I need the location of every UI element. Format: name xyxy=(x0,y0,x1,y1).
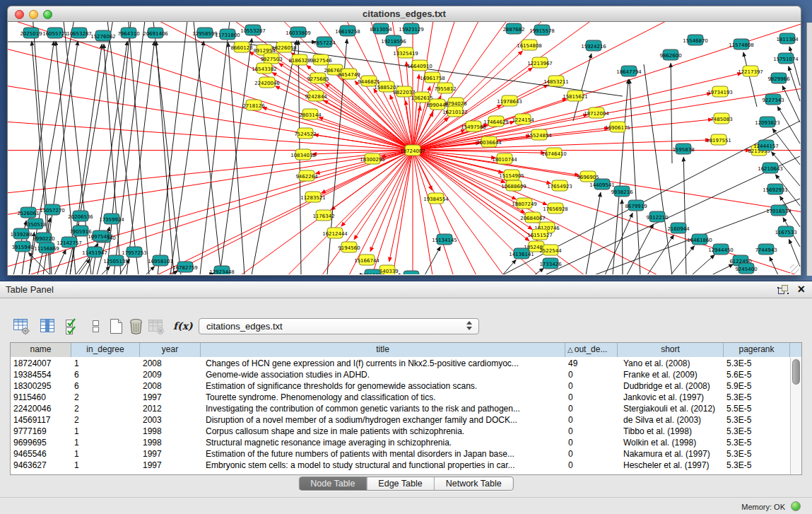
graph-edge-black[interactable] xyxy=(671,246,694,274)
graph-node[interactable]: 2160944 xyxy=(667,223,690,233)
column-header-out_de[interactable]: △out_de... xyxy=(565,343,618,357)
graph-edge-black[interactable] xyxy=(126,41,155,274)
graph-edge-red[interactable] xyxy=(8,151,413,275)
graph-node[interactable]: 19734193 xyxy=(707,86,733,97)
graph-edge-red[interactable] xyxy=(8,22,413,151)
graph-node[interactable]: 18647794 xyxy=(616,66,642,76)
graph-node[interactable]: 10688609 xyxy=(501,180,526,191)
graph-node[interactable]: 9462264 xyxy=(295,170,318,181)
graph-node[interactable]: 8660123 xyxy=(230,42,252,52)
graph-edge-red[interactable] xyxy=(413,151,545,153)
row-height-icon[interactable] xyxy=(86,317,105,336)
column-header-title[interactable]: title xyxy=(201,343,565,357)
graph-edge-black[interactable] xyxy=(502,259,516,274)
graph-node[interactable]: 16746410 xyxy=(541,148,567,158)
graph-node[interactable]: 11731800 xyxy=(215,29,240,40)
network-view-canvas[interactable]: 1872400786601238912954182260589827503818… xyxy=(7,22,801,276)
graph-node[interactable]: 8186328 xyxy=(288,54,310,65)
graph-node[interactable]: 7964310 xyxy=(117,28,139,38)
graph-node[interactable]: 8990220 xyxy=(33,233,54,243)
table-mode-icon[interactable] xyxy=(12,317,31,336)
graph-node[interactable]: 12958599 xyxy=(192,28,218,38)
graph-edge-black[interactable] xyxy=(220,38,252,274)
graph-edge-black[interactable] xyxy=(146,267,154,274)
graph-node[interactable]: 12505135 xyxy=(103,255,129,266)
graph-node[interactable]: 20036644 xyxy=(476,136,502,147)
graph-node[interactable]: 11978643 xyxy=(497,95,522,106)
graph-node[interactable]: 9275685 xyxy=(307,73,329,83)
scrollbar-thumb[interactable] xyxy=(792,359,800,385)
graph-edge-black[interactable] xyxy=(605,213,632,274)
graph-edge-black[interactable] xyxy=(622,199,623,274)
graph-edge-black[interactable] xyxy=(630,79,640,274)
graph-node[interactable]: 9829966 xyxy=(767,73,790,83)
graph-node[interactable]: 2025019 xyxy=(20,28,42,38)
graph-edge-black[interactable] xyxy=(777,107,800,144)
table-row[interactable]: 946554611997Estimation of the future num… xyxy=(11,448,790,460)
graph-node[interactable]: 15751074 xyxy=(773,53,799,64)
graph-edge-red[interactable] xyxy=(8,151,413,275)
graph-edge-red[interactable] xyxy=(8,22,413,151)
graph-node[interactable]: 2526061 xyxy=(17,207,39,218)
graph-node[interactable]: 12093823 xyxy=(755,117,780,127)
graph-edge-black[interactable] xyxy=(153,22,181,274)
graph-edge-red[interactable] xyxy=(8,22,413,151)
graph-edge-black[interactable] xyxy=(586,192,601,274)
table-selector-dropdown[interactable]: citations_edges.txt xyxy=(199,318,479,334)
graph-node[interactable]: 11459867 xyxy=(399,271,424,274)
graph-edge-black[interactable] xyxy=(78,259,90,274)
graph-node[interactable]: 1167533 xyxy=(775,226,796,237)
graph-node[interactable]: 16958107 xyxy=(148,255,173,266)
graph-node[interactable]: 9938216 xyxy=(611,186,633,197)
graph-node[interactable]: 16210643 xyxy=(758,163,783,173)
graph-edge-black[interactable] xyxy=(789,66,800,101)
graph-edge-black[interactable] xyxy=(200,22,230,274)
graph-edge-black[interactable] xyxy=(193,22,221,274)
graph-node[interactable]: 9312210 xyxy=(646,211,668,222)
graph-node[interactable]: 9827546 xyxy=(310,54,332,65)
delete-icon[interactable] xyxy=(126,317,146,336)
graph-node[interactable]: 16619258 xyxy=(335,25,360,36)
import-table-icon[interactable] xyxy=(146,317,165,336)
table-row[interactable]: 2242004622012Investigating the contribut… xyxy=(11,403,790,414)
window-titlebar[interactable]: citations_edges.txt xyxy=(7,6,801,22)
graph-node[interactable]: 9827503 xyxy=(260,53,282,64)
graph-edge-red[interactable] xyxy=(413,151,745,275)
graph-node[interactable]: 20684067 xyxy=(520,212,546,223)
graph-edge-red[interactable] xyxy=(413,151,801,239)
graph-node[interactable]: 8679919 xyxy=(625,200,647,211)
graph-node[interactable]: 9194560 xyxy=(338,242,360,252)
graph-node[interactable]: 9862600 xyxy=(659,49,681,60)
graph-node[interactable]: 12217397 xyxy=(738,66,763,76)
graph-node[interactable]: 20206536 xyxy=(68,211,93,221)
column-header-short[interactable]: short xyxy=(618,343,724,357)
resize-grip-icon[interactable] xyxy=(790,264,799,274)
graph-node[interactable]: 1176342 xyxy=(312,210,334,221)
graph-node[interactable]: 3915940 xyxy=(11,241,33,252)
citation-network-graph[interactable]: 1872400786601238912954182260589827503818… xyxy=(8,22,801,274)
graph-node[interactable]: 16154808 xyxy=(517,40,542,50)
graph-node[interactable]: 2887682 xyxy=(502,23,524,34)
graph-edge-black[interactable] xyxy=(782,86,800,122)
table-row[interactable]: 1872400712008Changes of HCN gene express… xyxy=(11,358,790,369)
graph-node[interactable]: 2803144 xyxy=(299,109,322,119)
column-header-year[interactable]: year xyxy=(140,343,201,357)
graph-edge-red[interactable] xyxy=(8,151,413,275)
graph-node[interactable]: 15546870 xyxy=(683,35,708,45)
graph-node[interactable]: 10834038 xyxy=(290,149,316,160)
new-column-icon[interactable] xyxy=(107,317,126,336)
graph-edge-black[interactable] xyxy=(789,47,800,86)
table-row[interactable]: 1456911722003Disruption of a novel membe… xyxy=(11,414,790,426)
table-row[interactable]: 1938455462009Genome-wide association stu… xyxy=(11,369,790,380)
graph-edge-black[interactable] xyxy=(28,252,50,274)
graph-edge-black[interactable] xyxy=(228,42,245,274)
graph-node[interactable]: 7485083 xyxy=(710,113,732,124)
graph-node[interactable]: 15815621 xyxy=(563,90,588,101)
graph-node[interactable]: 14853211 xyxy=(543,76,569,86)
graph-node[interactable]: 12142757 xyxy=(57,237,82,247)
graph-node[interactable]: 19915578 xyxy=(529,25,555,35)
table-row[interactable]: 977716911998Corpus callosum shape and si… xyxy=(11,426,790,437)
show-columns-icon[interactable] xyxy=(38,317,57,336)
graph-node[interactable]: 11283521 xyxy=(300,192,326,202)
vertical-scrollbar[interactable] xyxy=(790,358,801,474)
